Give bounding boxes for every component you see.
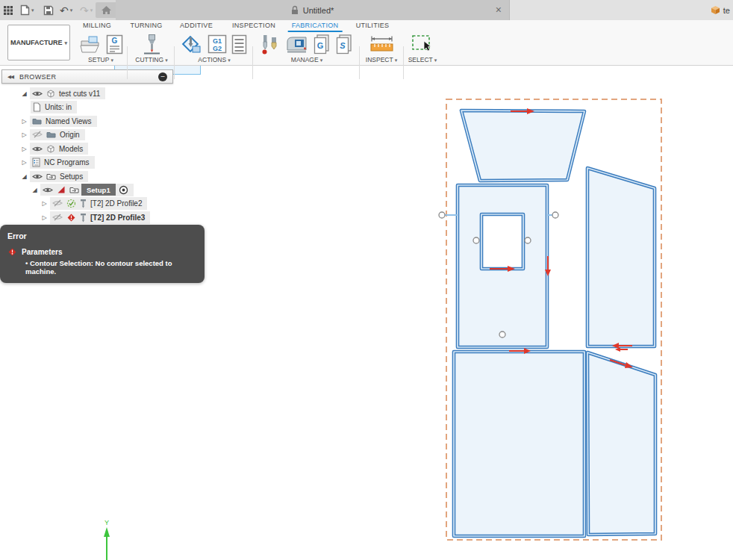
file-icon [20, 4, 30, 16]
tree-row-profile3[interactable]: ▷ [T2] 2D Profile3 [40, 211, 150, 224]
tree-row-document[interactable]: ◢ test cuts v11 [19, 87, 105, 100]
tree-label[interactable]: Setups [60, 172, 83, 181]
document-tab-untitled[interactable]: Untitled* × [116, 0, 509, 20]
actions-group-label: ACTIONS [198, 56, 226, 63]
profile-right-quad[interactable] [587, 168, 655, 346]
expand-open-icon[interactable]: ◢ [19, 90, 29, 97]
tree-row-units[interactable]: Units: in [31, 100, 77, 113]
select-group-label: SELECT [408, 56, 433, 63]
post-process-icon[interactable]: G1 G2 [208, 34, 227, 54]
new-setup-icon[interactable] [79, 34, 102, 55]
cutting-dropdown[interactable]: CUTTING ▾ [135, 56, 167, 63]
tab-bar-right: te [509, 0, 733, 20]
template-library-icon[interactable]: S [335, 34, 353, 55]
setup-dropdown[interactable]: SETUP ▾ [88, 56, 113, 63]
tree-row-setups[interactable]: ◢ Setups [19, 169, 88, 183]
undo-button[interactable]: ↶ ▾ [60, 2, 72, 18]
browser-panel-header[interactable]: ◀◀ BROWSER – [1, 69, 173, 84]
tree-label[interactable]: test cuts v11 [59, 90, 100, 98]
profile-bottom-rect[interactable] [454, 352, 584, 536]
visibility-eye-icon[interactable] [32, 146, 43, 152]
expand-closed-icon[interactable]: ▷ [19, 159, 29, 166]
tree-row-nc-programs[interactable]: ▷ NC Programs [19, 155, 95, 169]
simulate-icon[interactable] [181, 34, 203, 55]
tab-inspection[interactable]: INSPECTION [232, 21, 275, 30]
profile-bottom-right-quad[interactable] [587, 352, 655, 535]
tab-close-button[interactable]: × [496, 3, 502, 16]
inspect-dropdown[interactable]: INSPECT ▾ [366, 56, 397, 63]
post-library-icon[interactable]: G [313, 34, 331, 55]
tab-fabrication[interactable]: FABRICATION [288, 21, 343, 32]
group-select: SELECT ▾ [404, 32, 441, 63]
visibility-off-icon[interactable] [52, 199, 63, 207]
tree-label[interactable]: NC Programs [44, 158, 90, 167]
tree-row-setup1[interactable]: ◢ Setup1 [30, 183, 134, 196]
nc-program-icon [32, 158, 40, 167]
visibility-off-icon[interactable] [32, 131, 43, 138]
svg-text:S: S [340, 41, 346, 50]
browser-minimize-button[interactable]: – [158, 72, 167, 81]
group-divider [252, 46, 253, 79]
expand-closed-icon[interactable]: ▷ [40, 200, 49, 207]
measure-ruler-icon[interactable] [368, 34, 396, 54]
tree-label[interactable]: Named Views [46, 117, 92, 125]
visibility-eye-icon[interactable] [32, 90, 43, 97]
select-dropdown[interactable]: SELECT ▾ [408, 56, 437, 63]
group-cutting: CUTTING ▾ [130, 32, 173, 63]
tab-turning[interactable]: TURNING [130, 21, 162, 30]
component-cube-icon [46, 89, 55, 98]
expand-closed-icon[interactable]: ▷ [19, 146, 29, 152]
tree-label[interactable]: Models [59, 145, 83, 153]
workspace-label: MANUFACTURE [10, 39, 63, 46]
expand-closed-icon[interactable]: ▷ [19, 131, 29, 138]
save-button[interactable] [43, 2, 54, 18]
tree-label-selected[interactable]: Setup1 [81, 184, 116, 196]
manage-dropdown[interactable]: MANAGE ▾ [291, 56, 322, 63]
turning-tool-icon[interactable] [142, 34, 161, 55]
tool-library-icon[interactable] [261, 34, 281, 55]
setup-sheet-icon[interactable] [231, 34, 247, 55]
tree-row-named-views[interactable]: ▷ Named Views [19, 114, 97, 128]
tree-label[interactable]: [T2] 2D Profile2 [90, 199, 142, 208]
select-box-icon[interactable] [411, 34, 434, 54]
app-grid-icon [3, 5, 13, 16]
file-menu-button[interactable]: ▾ [20, 2, 34, 18]
home-view-button[interactable] [96, 2, 117, 18]
collapse-browser-icon[interactable]: ◀◀ [7, 74, 13, 80]
tree-label[interactable]: Origin [60, 131, 80, 139]
workspace-caret-icon: ▾ [64, 40, 67, 46]
profile-rect-with-hole[interactable] [458, 185, 547, 347]
visibility-eye-icon[interactable] [43, 187, 53, 193]
browser-title: BROWSER [19, 73, 158, 81]
tab-milling[interactable]: MILLING [83, 21, 111, 30]
tree-row-models[interactable]: ▷ Models [19, 142, 88, 155]
cutting-group-label: CUTTING [135, 56, 163, 63]
active-setup-radio-icon[interactable] [119, 185, 128, 195]
generate-gcode-icon[interactable]: G [106, 34, 123, 55]
redo-button[interactable]: ↷ ▾ [80, 2, 93, 18]
operation-error-icon [66, 213, 76, 223]
workspace-selector[interactable]: MANUFACTURE ▾ [7, 25, 70, 60]
machine-library-icon[interactable] [285, 34, 308, 54]
expand-closed-icon[interactable]: ▷ [19, 118, 29, 125]
profile-trapezoid[interactable] [461, 111, 584, 181]
expand-open-icon[interactable]: ◢ [19, 173, 29, 180]
tree-label[interactable]: [T2] 2D Profile3 [90, 214, 145, 222]
tree-row-origin[interactable]: ▷ Origin [19, 128, 85, 141]
tree-row-profile2[interactable]: ▷ [T2] 2D Profile2 [40, 196, 147, 210]
tab-additive[interactable]: ADDITIVE [180, 21, 213, 30]
visibility-off-icon[interactable] [52, 214, 63, 221]
expand-open-icon[interactable]: ◢ [30, 187, 40, 193]
app-grid-button[interactable] [3, 2, 13, 18]
tree-label[interactable]: Units: in [45, 103, 72, 111]
expand-closed-icon[interactable]: ▷ [40, 214, 49, 221]
visibility-eye-icon[interactable] [32, 173, 43, 180]
error-tooltip: Error Parameters • Contour Selection: No… [0, 225, 205, 283]
group-setup: G SETUP ▾ [73, 32, 128, 63]
actions-dropdown[interactable]: ACTIONS ▾ [198, 56, 230, 63]
svg-text:G: G [111, 37, 117, 45]
tab-utilities[interactable]: UTILITIES [356, 21, 390, 30]
actions-caret-icon: ▾ [228, 57, 231, 63]
undo-icon: ↶ [60, 4, 69, 16]
setup-warning-triangle-icon [57, 185, 66, 194]
